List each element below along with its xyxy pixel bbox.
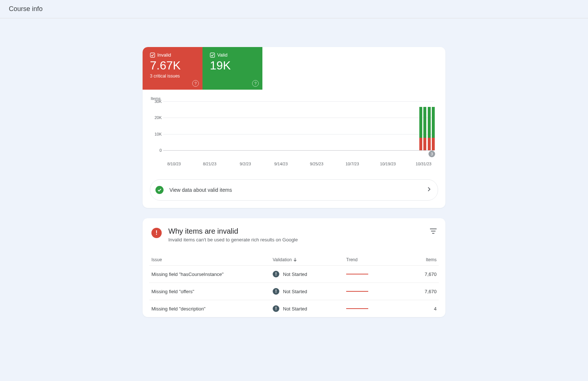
error-icon: !	[151, 228, 162, 238]
tab-invalid[interactable]: Invalid 7.67K 3 critical issues ?	[143, 47, 202, 90]
chart-gridline	[163, 150, 434, 151]
chart-x-tick: 9/25/23	[310, 162, 323, 166]
issues-table: Issue Validation Trend Items Missing fie…	[143, 246, 445, 317]
issues-subtitle: Invalid items can't be used to generate …	[168, 237, 298, 242]
trend-sparkline	[346, 274, 368, 274]
issue-validation: !Not Started	[273, 271, 346, 277]
tab-valid[interactable]: Valid 19K ?	[202, 47, 262, 90]
chart-bar-invalid	[419, 138, 422, 150]
tab-invalid-label-row: Invalid	[150, 52, 197, 58]
chart-bar-valid	[423, 107, 426, 138]
issue-items-count: 7,670	[400, 289, 437, 294]
chart-x-tick: 9/2/23	[240, 162, 251, 166]
issue-items-count: 7,670	[400, 272, 437, 277]
chart-y-tick: 0	[150, 148, 162, 152]
content-area: Invalid 7.67K 3 critical issues ? Valid …	[0, 18, 588, 317]
svg-rect-4	[432, 233, 434, 234]
chart-bars	[163, 101, 434, 150]
issue-name: Missing field "hasCourseInstance"	[151, 272, 273, 277]
chart-annotation-badge[interactable]: 3	[429, 151, 435, 157]
page-header: Course info	[0, 0, 588, 18]
arrow-down-icon	[293, 258, 297, 262]
tab-valid-label: Valid	[217, 52, 227, 58]
chevron-right-icon	[427, 187, 431, 193]
chart-x-tick: 8/21/23	[203, 162, 216, 166]
summary-card: Invalid 7.67K 3 critical issues ? Valid …	[143, 47, 445, 208]
svg-rect-3	[431, 231, 435, 231]
issue-row[interactable]: Missing field "description"!Not Started4	[149, 300, 439, 317]
summary-tabs: Invalid 7.67K 3 critical issues ? Valid …	[143, 47, 445, 90]
issue-name: Missing field "description"	[151, 306, 273, 312]
issue-row[interactable]: Missing field "offers"!Not Started7,670	[149, 283, 439, 300]
issues-table-body: Missing field "hasCourseInstance"!Not St…	[149, 265, 439, 317]
issue-validation-label: Not Started	[283, 272, 307, 277]
col-issue[interactable]: Issue	[151, 257, 273, 262]
tab-valid-count: 19K	[210, 59, 257, 72]
help-icon[interactable]: ?	[252, 80, 259, 87]
issues-card: ! Why items are invalid Invalid items ca…	[143, 218, 445, 317]
filter-icon[interactable]	[430, 227, 437, 235]
issues-table-header: Issue Validation Trend Items	[149, 254, 439, 265]
valid-items-link-label: View data about valid items	[169, 187, 422, 193]
issue-trend	[346, 291, 400, 292]
tab-invalid-sub: 3 critical issues	[150, 73, 197, 79]
issue-trend	[346, 308, 400, 309]
issue-validation-label: Not Started	[283, 289, 307, 294]
issues-header: ! Why items are invalid Invalid items ca…	[143, 218, 445, 246]
items-chart[interactable]: 010K20K30K3	[163, 101, 434, 160]
chart-x-tick: 10/7/23	[345, 162, 359, 166]
issue-name: Missing field "offers"	[151, 289, 273, 294]
trend-sparkline	[346, 291, 368, 292]
chart-bar-invalid	[428, 138, 431, 150]
chart-x-tick: 8/10/23	[167, 162, 181, 166]
col-validation[interactable]: Validation	[273, 257, 346, 262]
issues-title: Why items are invalid	[168, 227, 298, 236]
chart-y-tick: 20K	[150, 115, 162, 120]
valid-items-link-wrap: View data about valid items	[143, 172, 445, 208]
chart-bar[interactable]	[419, 107, 422, 150]
svg-rect-1	[210, 53, 215, 57]
chart-bar-invalid	[432, 138, 435, 150]
issue-trend	[346, 274, 400, 274]
chart-bar-invalid	[423, 138, 426, 150]
chart-bar[interactable]	[423, 107, 426, 150]
col-trend[interactable]: Trend	[346, 257, 400, 262]
chart-container: Items 010K20K30K3 8/10/238/21/239/2/239/…	[143, 90, 445, 172]
help-icon[interactable]: ?	[192, 80, 199, 87]
chart-y-tick: 30K	[150, 99, 162, 104]
col-items[interactable]: Items	[400, 257, 437, 262]
col-validation-label: Validation	[273, 257, 292, 262]
info-circle-icon: !	[273, 288, 279, 295]
info-circle-icon: !	[273, 305, 279, 312]
chart-y-axis-label: Items	[151, 96, 438, 101]
chart-bar[interactable]	[428, 107, 431, 150]
issue-validation: !Not Started	[273, 305, 346, 312]
checkbox-checked-icon	[210, 53, 215, 58]
card-column: Invalid 7.67K 3 critical issues ? Valid …	[143, 47, 445, 317]
view-valid-items-link[interactable]: View data about valid items	[150, 179, 438, 201]
chart-x-tick: 10/31/23	[416, 162, 431, 166]
svg-rect-2	[430, 229, 437, 229]
chart-bar-valid	[419, 107, 422, 138]
checkbox-checked-icon	[150, 53, 155, 58]
tab-invalid-label: Invalid	[157, 52, 171, 58]
issues-header-text: Why items are invalid Invalid items can'…	[168, 227, 298, 242]
chart-x-tick: 10/19/23	[380, 162, 396, 166]
chart-bar[interactable]	[432, 107, 435, 150]
trend-sparkline	[346, 308, 368, 309]
info-circle-icon: !	[273, 271, 279, 277]
chart-x-axis: 8/10/238/21/239/2/239/14/239/25/2310/7/2…	[163, 162, 434, 168]
page-title: Course info	[9, 5, 579, 13]
tab-invalid-count: 7.67K	[150, 59, 197, 72]
chart-bar-valid	[432, 107, 435, 138]
tab-valid-label-row: Valid	[210, 52, 257, 58]
chart-x-tick: 9/14/23	[274, 162, 288, 166]
issue-row[interactable]: Missing field "hasCourseInstance"!Not St…	[149, 265, 439, 283]
issue-validation-label: Not Started	[283, 306, 307, 312]
chart-y-tick: 10K	[150, 132, 162, 136]
chart-bar-valid	[428, 107, 431, 138]
check-circle-icon	[155, 186, 164, 194]
issue-items-count: 4	[400, 306, 437, 312]
issue-validation: !Not Started	[273, 288, 346, 295]
svg-rect-0	[150, 53, 155, 57]
